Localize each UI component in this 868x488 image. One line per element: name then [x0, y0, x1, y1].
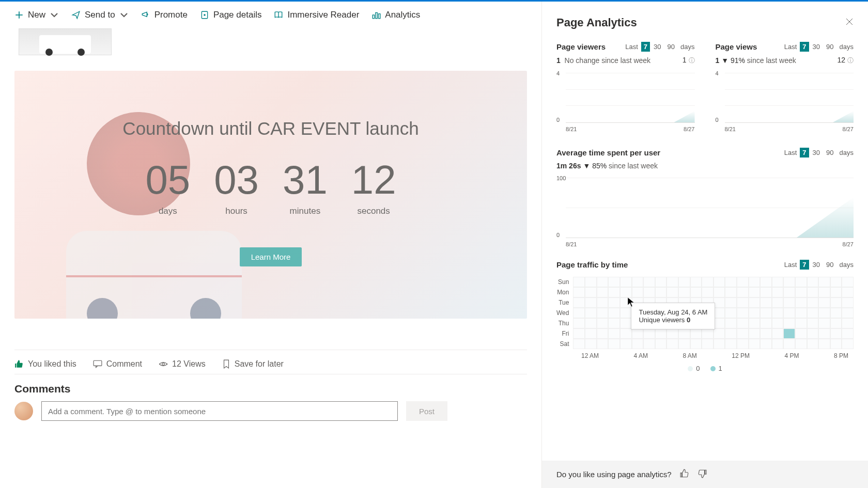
heatmap-cell[interactable]	[783, 328, 795, 339]
heatmap-cell[interactable]	[830, 339, 842, 349]
heatmap-cell[interactable]	[690, 277, 702, 287]
heatmap-cell[interactable]	[760, 318, 772, 328]
heatmap-cell[interactable]	[632, 339, 644, 349]
heatmap-cell[interactable]	[842, 318, 854, 328]
heatmap-cell[interactable]	[772, 328, 784, 339]
heatmap-cell[interactable]	[807, 308, 819, 318]
heatmap-cell[interactable]	[737, 339, 749, 349]
heatmap-cell[interactable]	[749, 308, 761, 318]
heatmap-cell[interactable]	[725, 328, 737, 339]
heatmap-cell[interactable]	[667, 287, 678, 297]
heatmap-cell[interactable]	[830, 328, 842, 339]
heatmap-cell[interactable]	[585, 277, 597, 287]
heatmap-cell[interactable]	[667, 277, 678, 287]
heatmap-cell[interactable]	[597, 297, 609, 308]
heatmap-cell[interactable]	[725, 277, 737, 287]
heatmap-cell[interactable]	[783, 318, 795, 328]
heatmap-cell[interactable]	[830, 318, 842, 328]
heatmap-cell[interactable]	[783, 297, 795, 308]
heatmap-cell[interactable]	[714, 328, 725, 339]
heatmap-cell[interactable]	[737, 328, 749, 339]
heatmap-cell[interactable]	[737, 308, 749, 318]
heatmap-cell[interactable]	[725, 318, 737, 328]
range-7[interactable]: 7	[800, 260, 809, 270]
heatmap-cell[interactable]	[772, 318, 784, 328]
heatmap-cell[interactable]	[714, 277, 725, 287]
heatmap-cell[interactable]	[678, 277, 690, 287]
heatmap-cell[interactable]	[737, 287, 749, 297]
heatmap-cell[interactable]	[573, 297, 585, 308]
heatmap-cell[interactable]	[643, 277, 655, 287]
heatmap-cell[interactable]	[585, 297, 597, 308]
heatmap-cell[interactable]	[667, 339, 678, 349]
heatmap-cell[interactable]	[655, 287, 667, 297]
heatmap-cell[interactable]	[655, 328, 667, 339]
heatmap-cell[interactable]	[702, 339, 714, 349]
heatmap-cell[interactable]	[807, 287, 819, 297]
heatmap-cell[interactable]	[573, 328, 585, 339]
heatmap-cell[interactable]	[760, 339, 772, 349]
heatmap-cell[interactable]	[772, 277, 784, 287]
heatmap-cell[interactable]	[678, 328, 690, 339]
heatmap-cell[interactable]	[783, 308, 795, 318]
heatmap-cell[interactable]	[842, 287, 854, 297]
heatmap-cell[interactable]	[702, 328, 714, 339]
heatmap-cell[interactable]	[597, 318, 609, 328]
heatmap-cell[interactable]	[772, 339, 784, 349]
heatmap-cell[interactable]	[830, 277, 842, 287]
heatmap-cell[interactable]	[725, 308, 737, 318]
heatmap-cell[interactable]	[678, 339, 690, 349]
range-30[interactable]: 30	[810, 148, 823, 158]
range-90[interactable]: 90	[665, 42, 677, 52]
heatmap-cell[interactable]	[632, 287, 644, 297]
heatmap-cell[interactable]	[795, 339, 807, 349]
heatmap-cell[interactable]	[585, 339, 597, 349]
heatmap-cell[interactable]	[807, 318, 819, 328]
heatmap-cell[interactable]	[795, 328, 807, 339]
heatmap-cell[interactable]	[725, 339, 737, 349]
heatmap-cell[interactable]	[608, 287, 620, 297]
heatmap-cell[interactable]	[795, 277, 807, 287]
like-button[interactable]: You liked this	[14, 359, 76, 369]
heatmap-cell[interactable]	[772, 287, 784, 297]
close-button[interactable]	[845, 18, 854, 28]
new-button[interactable]: New	[14, 10, 59, 20]
range-90[interactable]: 90	[824, 260, 836, 270]
heatmap-cell[interactable]	[818, 287, 830, 297]
heatmap-cell[interactable]	[585, 318, 597, 328]
thumbs-down-button[interactable]	[698, 469, 707, 480]
heatmap-cell[interactable]	[772, 297, 784, 308]
comment-button[interactable]: Comment	[93, 359, 142, 369]
heatmap-cell[interactable]	[725, 297, 737, 308]
heatmap-cell[interactable]	[573, 318, 585, 328]
range-7[interactable]: 7	[800, 148, 809, 158]
heatmap-cell[interactable]	[632, 328, 644, 339]
heatmap-cell[interactable]	[749, 328, 761, 339]
post-button[interactable]: Post	[406, 401, 447, 421]
heatmap-cell[interactable]	[749, 318, 761, 328]
heatmap-cell[interactable]	[783, 287, 795, 297]
heatmap-cell[interactable]	[714, 287, 725, 297]
heatmap-cell[interactable]	[737, 318, 749, 328]
heatmap-cell[interactable]	[597, 287, 609, 297]
heatmap-cell[interactable]	[783, 277, 795, 287]
heatmap-cell[interactable]	[842, 339, 854, 349]
heatmap-cell[interactable]	[632, 277, 644, 287]
heatmap-cell[interactable]	[760, 287, 772, 297]
sendto-button[interactable]: Send to	[71, 10, 129, 20]
heatmap-cell[interactable]	[585, 328, 597, 339]
heatmap-cell[interactable]	[795, 287, 807, 297]
heatmap-cell[interactable]	[818, 318, 830, 328]
heatmap-cell[interactable]	[749, 297, 761, 308]
heatmap-cell[interactable]	[818, 339, 830, 349]
heatmap-cell[interactable]	[795, 318, 807, 328]
heatmap-cell[interactable]	[573, 339, 585, 349]
heatmap-cell[interactable]	[702, 287, 714, 297]
heatmap-cell[interactable]	[842, 297, 854, 308]
views-count[interactable]: 12 Views	[159, 359, 206, 369]
heatmap-cell[interactable]	[795, 308, 807, 318]
heatmap-cell[interactable]	[842, 277, 854, 287]
thumbs-up-button[interactable]	[680, 469, 689, 480]
heatmap-cell[interactable]	[795, 297, 807, 308]
traffic-heatmap[interactable]: SunMonTueWedThuFriSat Tuesday, Aug 24, 6…	[556, 277, 854, 372]
